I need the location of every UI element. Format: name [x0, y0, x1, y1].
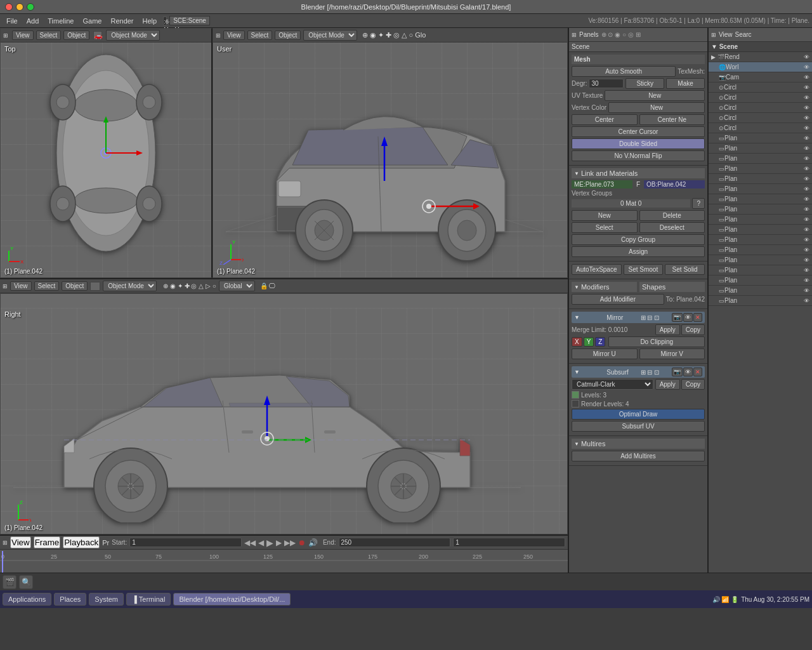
auto-smooth-btn[interactable]: Auto Smooth [572, 66, 676, 77]
modifiers-header[interactable]: Modifiers [572, 282, 637, 292]
levels-checkbox[interactable] [572, 391, 579, 399]
applications-btn[interactable]: Applications [3, 593, 51, 606]
menu-file[interactable]: File [3, 16, 22, 26]
user-select-btn[interactable]: Select [247, 30, 273, 40]
new-mat-btn[interactable]: New [572, 210, 638, 221]
scene-item-circl-2[interactable]: ⊙ Circl 👁 [709, 93, 812, 103]
user-mode-select[interactable]: Object Mode [303, 30, 357, 41]
center-btn[interactable]: Center [572, 114, 638, 125]
add-multires-btn[interactable]: Add Multires [572, 451, 705, 461]
places-btn[interactable]: Places [54, 593, 86, 606]
timeline-frame-btn[interactable]: Frame [34, 536, 61, 548]
optimal-draw-btn[interactable]: Optimal Draw [572, 409, 705, 420]
multires-header[interactable]: Multires [572, 439, 705, 449]
menu-timeline[interactable]: Timeline [44, 16, 77, 26]
viewport-user[interactable]: ⊞ View Select Object Object Mode ⊕ ◉ ✦ ✚… [213, 28, 568, 278]
set-solid-btn[interactable]: Set Solid [665, 264, 705, 275]
right-view-btn[interactable]: View [10, 281, 32, 291]
scene-item-plan-7[interactable]: ▭Plan👁 [709, 194, 812, 204]
no-v-normal-btn[interactable]: No V.Normal Flip [572, 150, 705, 161]
x-axis-btn[interactable]: X [572, 337, 582, 347]
scene-item-plan-10[interactable]: ▭Plan👁 [709, 225, 812, 235]
right-object-btn[interactable]: Object [62, 281, 88, 291]
scene-item-plan-3[interactable]: ▭Plan👁 [709, 154, 812, 164]
mirror-v-btn[interactable]: Mirror V [639, 348, 705, 359]
subsurf-apply-btn[interactable]: Apply [655, 379, 680, 390]
mirror-copy-btn[interactable]: Copy [681, 324, 705, 335]
y-axis-btn[interactable]: Y [584, 337, 594, 347]
scene-item-cam[interactable]: 📷 Cam 👁 [709, 72, 812, 83]
question-btn[interactable]: ? [692, 198, 705, 209]
mirror-apply-btn[interactable]: Apply [655, 324, 680, 335]
auto-tex-space-btn[interactable]: AutoTexSpace [572, 264, 622, 275]
link-materials-header[interactable]: Link and Materials [572, 168, 705, 178]
select-mat-btn[interactable]: Select [572, 222, 638, 233]
scene-item-plan-5[interactable]: ▭Plan👁 [709, 174, 812, 184]
scene-item-plan-16[interactable]: ▭Plan👁 [709, 286, 812, 296]
play-btn[interactable]: ▶ [266, 538, 273, 548]
right-select-btn[interactable]: Select [34, 281, 60, 291]
scene-item-plan-2[interactable]: ▭Plan👁 [709, 143, 812, 154]
render-levels-checkbox[interactable] [572, 400, 579, 408]
scene-item-plan-13[interactable]: ▭Plan👁 [709, 255, 812, 265]
viewport-top[interactable]: ⊞ View Select Object 🚗 Object Mode Top [0, 28, 213, 278]
scene-dropdown[interactable]: SCE:Scene [169, 16, 210, 25]
scene-item-plan-17[interactable]: ▭Plan👁 [709, 296, 812, 306]
mirror-u-btn[interactable]: Mirror U [572, 348, 638, 359]
center-ne-btn[interactable]: Center Ne [639, 114, 705, 125]
start-frame-input[interactable] [129, 538, 242, 547]
close-button[interactable] [5, 3, 13, 11]
scene-item-plan-6[interactable]: ▭Plan👁 [709, 184, 812, 194]
mirror-delete-btn[interactable]: ✕ [693, 313, 702, 322]
new-btn-1[interactable]: New [605, 90, 705, 101]
subsurf-type-select[interactable]: Catmull-Clark [572, 379, 653, 390]
preset-dropdown[interactable]: :6-MaxMaya-Style [163, 17, 167, 25]
audio-btn[interactable]: 🔊 [308, 538, 318, 547]
assign-btn[interactable]: Assign [572, 246, 705, 257]
scene-item-plan-14[interactable]: ▭Plan👁 [709, 265, 812, 275]
deselect-mat-btn[interactable]: Deselect [639, 222, 705, 233]
delete-mat-btn[interactable]: Delete [639, 210, 705, 221]
subsurf-delete-btn[interactable]: ✕ [693, 368, 702, 376]
z-axis-btn[interactable]: Z [595, 337, 605, 347]
scene-item-circl-4[interactable]: ⊙ Circl 👁 [709, 113, 812, 123]
subsurf-uv-btn[interactable]: Subsurf UV [572, 421, 705, 432]
viewport-right[interactable]: Right [0, 293, 568, 534]
menu-render[interactable]: Render [107, 16, 137, 26]
step-back-btn[interactable]: ◀ [258, 538, 264, 547]
scene-item-circl-3[interactable]: ⊙ Circl 👁 [709, 103, 812, 113]
timeline-pr-btn[interactable]: Pr [102, 539, 109, 547]
timeline-playback-btn[interactable]: Playback [63, 536, 100, 548]
scene-item-plan-12[interactable]: ▭Plan👁 [709, 245, 812, 255]
scene-item-plan-11[interactable]: ▭Plan👁 [709, 235, 812, 245]
stop-btn[interactable]: ⏺ [298, 538, 306, 547]
scene-item-plan-1[interactable]: ▭Plan👁 [709, 133, 812, 143]
menu-add[interactable]: Add [23, 16, 43, 26]
mirror-eye-btn[interactable]: 👁 [683, 313, 693, 322]
set-smoot-btn[interactable]: Set Smoot [624, 264, 664, 275]
render-icon[interactable]: 🎬 [3, 575, 16, 589]
magnify-icon[interactable]: 🔍 [19, 575, 33, 589]
copy-group-btn[interactable]: Copy Group [572, 234, 705, 245]
subsurf-copy-btn[interactable]: Copy [681, 379, 705, 390]
top-view-btn[interactable]: View [12, 30, 34, 40]
next-keyframe-btn[interactable]: ▶▶ [284, 538, 296, 547]
current-frame-input[interactable] [453, 538, 565, 547]
add-modifier-btn[interactable]: Add Modifier [572, 294, 664, 305]
prev-keyframe-btn[interactable]: ◀◀ [244, 538, 256, 547]
double-sided-btn[interactable]: Double Sided [572, 138, 705, 149]
minimize-button[interactable] [16, 3, 23, 11]
user-object-btn[interactable]: Object [275, 30, 301, 40]
timeline-view-btn[interactable]: View [10, 536, 31, 548]
system-btn[interactable]: System [89, 593, 124, 606]
mirror-camera-btn[interactable]: 📷 [672, 313, 683, 322]
do-clipping-btn[interactable]: Do Clipping [608, 336, 705, 347]
timeline-ruler[interactable]: 0 25 50 75 100 125 150 175 200 225 250 [0, 550, 568, 573]
subsurf-eye-btn[interactable]: 👁 [683, 368, 693, 376]
scene-item-rend[interactable]: ▶ 🎬 Rend 👁 [709, 52, 812, 62]
subsurf-camera-btn[interactable]: 📷 [672, 368, 683, 376]
top-select-btn[interactable]: Select [36, 30, 62, 40]
menu-game[interactable]: Game [79, 16, 105, 26]
scene-item-plan-4[interactable]: ▭Plan👁 [709, 164, 812, 174]
terminal-btn[interactable]: ▐ Terminal [126, 593, 171, 606]
